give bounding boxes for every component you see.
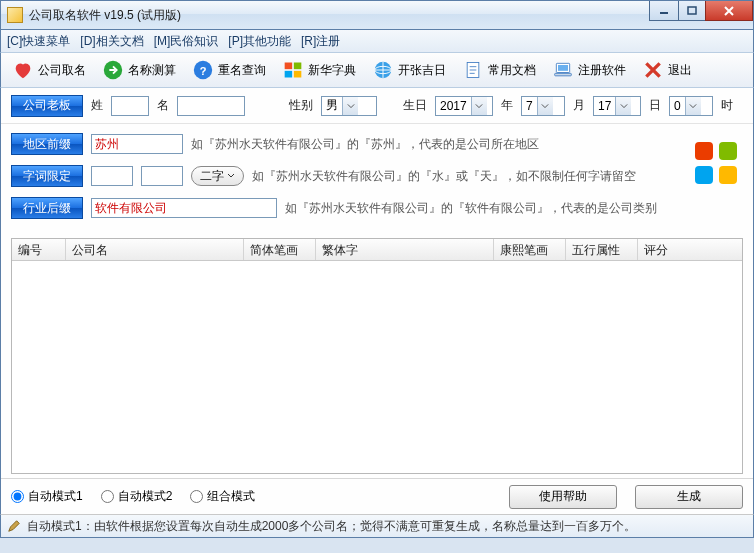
tool-exit[interactable]: 退出 — [635, 55, 699, 85]
col-name[interactable]: 公司名 — [66, 239, 244, 260]
col-simplified[interactable]: 简体笔画 — [244, 239, 316, 260]
menu-docs[interactable]: [D]相关文档 — [80, 33, 143, 50]
gender-select[interactable]: 男 — [321, 96, 377, 116]
mode3-radio[interactable]: 组合模式 — [190, 488, 255, 505]
globe-icon — [372, 59, 394, 81]
hour-suffix: 时 — [721, 97, 733, 114]
help-button[interactable]: 使用帮助 — [509, 485, 617, 509]
gender-label: 性别 — [289, 97, 313, 114]
chevron-down-icon — [537, 97, 553, 115]
keyword-input-1[interactable] — [91, 166, 133, 186]
tool-naming[interactable]: 公司取名 — [5, 55, 93, 85]
laptop-icon — [552, 59, 574, 81]
generate-button[interactable]: 生成 — [635, 485, 743, 509]
tool-dup-label: 重名查询 — [218, 62, 266, 79]
naming-section: 地区前缀 如『苏州水天软件有限公司』的『苏州』，代表的是公司所在地区 字词限定 … — [1, 124, 753, 234]
svg-rect-18 — [695, 142, 713, 160]
svg-rect-17 — [555, 73, 572, 76]
birth-label: 生日 — [403, 97, 427, 114]
pencil-icon — [7, 519, 21, 533]
tool-dict-label: 新华字典 — [308, 62, 356, 79]
tool-register[interactable]: 注册软件 — [545, 55, 633, 85]
tool-dict[interactable]: 新华字典 — [275, 55, 363, 85]
chevron-down-icon — [615, 97, 631, 115]
year-select[interactable]: 2017 — [435, 96, 493, 116]
col-traditional[interactable]: 繁体字 — [316, 239, 494, 260]
heart-icon — [12, 59, 34, 81]
col-wuxing[interactable]: 五行属性 — [566, 239, 638, 260]
content-area: 公司老板 姓 名 性别 男 生日 2017 年 7 月 17 日 0 时 地区前… — [0, 88, 754, 514]
chevron-down-icon — [227, 172, 235, 180]
svg-rect-20 — [695, 166, 713, 184]
given-label: 名 — [157, 97, 169, 114]
surname-label: 姓 — [91, 97, 103, 114]
question-icon: ? — [192, 59, 214, 81]
prefix-input[interactable] — [91, 134, 183, 154]
mode2-radio[interactable]: 自动模式2 — [101, 488, 173, 505]
bottom-bar: 自动模式1 自动模式2 组合模式 使用帮助 生成 — [1, 478, 753, 514]
menu-folk[interactable]: [M]民俗知识 — [154, 33, 219, 50]
x-icon — [642, 59, 664, 81]
window-title: 公司取名软件 v19.5 (试用版) — [29, 7, 181, 24]
document-icon — [462, 59, 484, 81]
day-select[interactable]: 17 — [593, 96, 641, 116]
menu-quick[interactable]: [C]快速菜单 — [7, 33, 70, 50]
prefix-button[interactable]: 地区前缀 — [11, 133, 83, 155]
col-kangxi[interactable]: 康熙笔画 — [494, 239, 566, 260]
svg-rect-7 — [285, 71, 293, 78]
tool-common[interactable]: 常用文档 — [455, 55, 543, 85]
svg-rect-6 — [294, 63, 302, 70]
suffix-hint: 如『苏州水天软件有限公司』的『软件有限公司』，代表的是公司类别 — [285, 200, 657, 217]
hour-select[interactable]: 0 — [669, 96, 713, 116]
tool-calc[interactable]: 名称测算 — [95, 55, 183, 85]
close-button[interactable] — [705, 1, 753, 21]
day-suffix: 日 — [649, 97, 661, 114]
arrow-right-icon — [102, 59, 124, 81]
month-select[interactable]: 7 — [521, 96, 565, 116]
menubar: [C]快速菜单 [D]相关文档 [M]民俗知识 [P]其他功能 [R]注册 — [0, 30, 754, 52]
keyword-input-2[interactable] — [141, 166, 183, 186]
menu-other[interactable]: [P]其他功能 — [228, 33, 291, 50]
keyword-mode-select[interactable]: 二字 — [191, 166, 244, 186]
tool-naming-label: 公司取名 — [38, 62, 86, 79]
svg-rect-21 — [719, 166, 737, 184]
tool-common-label: 常用文档 — [488, 62, 536, 79]
chevron-down-icon — [342, 97, 358, 115]
keyword-button[interactable]: 字词限定 — [11, 165, 83, 187]
col-id[interactable]: 编号 — [12, 239, 66, 260]
windows-flag-icon — [282, 59, 304, 81]
suffix-input[interactable] — [91, 198, 277, 218]
tool-luck[interactable]: 开张吉日 — [365, 55, 453, 85]
status-text: 自动模式1：由软件根据您设置每次自动生成2000多个公司名；觉得不满意可重复生成… — [27, 518, 636, 535]
tool-dup[interactable]: ? 重名查询 — [185, 55, 273, 85]
titlebar: 公司取名软件 v19.5 (试用版) — [0, 0, 754, 30]
prefix-hint: 如『苏州水天软件有限公司』的『苏州』，代表的是公司所在地区 — [191, 136, 539, 153]
app-icon — [7, 7, 23, 23]
toolbar: 公司取名 名称测算 ? 重名查询 新华字典 开张吉日 常用文档 注册软件 退出 — [0, 52, 754, 88]
gender-value: 男 — [322, 97, 342, 114]
svg-rect-8 — [294, 71, 302, 78]
office-logo-icon — [691, 138, 743, 190]
year-suffix: 年 — [501, 97, 513, 114]
maximize-button[interactable] — [678, 1, 706, 21]
mode1-radio[interactable]: 自动模式1 — [11, 488, 83, 505]
chevron-down-icon — [471, 97, 487, 115]
table-header: 编号 公司名 简体笔画 繁体字 康熙笔画 五行属性 评分 — [12, 239, 742, 261]
tool-luck-label: 开张吉日 — [398, 62, 446, 79]
given-input[interactable] — [177, 96, 245, 116]
window-controls — [650, 1, 753, 21]
suffix-button[interactable]: 行业后缀 — [11, 197, 83, 219]
svg-text:?: ? — [200, 65, 207, 77]
svg-rect-16 — [558, 65, 568, 71]
results-table[interactable]: 编号 公司名 简体笔画 繁体字 康熙笔画 五行属性 评分 — [11, 238, 743, 474]
tool-register-label: 注册软件 — [578, 62, 626, 79]
boss-button[interactable]: 公司老板 — [11, 95, 83, 117]
keyword-mode-value: 二字 — [200, 168, 224, 185]
col-score[interactable]: 评分 — [638, 239, 742, 260]
svg-rect-5 — [285, 63, 293, 70]
minimize-button[interactable] — [649, 1, 679, 21]
menu-register[interactable]: [R]注册 — [301, 33, 340, 50]
surname-input[interactable] — [111, 96, 149, 116]
svg-rect-19 — [719, 142, 737, 160]
month-suffix: 月 — [573, 97, 585, 114]
